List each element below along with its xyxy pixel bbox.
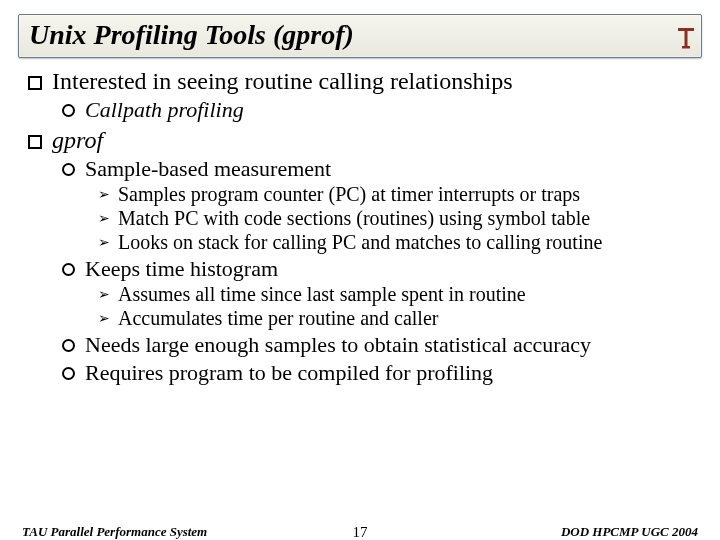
svg-rect-2 [682, 46, 690, 49]
square-bullet-icon [28, 135, 42, 149]
arrow-bullet-icon: ➢ [98, 236, 110, 250]
circle-bullet-icon [62, 339, 75, 352]
bullet-text: Keeps time histogram [85, 256, 278, 282]
slide-number: 17 [353, 524, 368, 540]
bullet-text: Assumes all time since last sample spent… [118, 283, 526, 306]
bullet-l3: ➢ Looks on stack for calling PC and matc… [98, 231, 692, 254]
content-area: Interested in seeing routine calling rel… [0, 68, 720, 386]
bullet-l2: Callpath profiling [62, 97, 692, 123]
bullet-l3: ➢ Samples program counter (PC) at timer … [98, 183, 692, 206]
bullet-l2: Keeps time histogram [62, 256, 692, 282]
arrow-bullet-icon: ➢ [98, 188, 110, 202]
circle-bullet-icon [62, 163, 75, 176]
svg-rect-1 [685, 28, 688, 48]
bullet-l2: Requires program to be compiled for prof… [62, 360, 692, 386]
circle-bullet-icon [62, 367, 75, 380]
tau-logo-icon [676, 26, 696, 50]
bullet-text: Match PC with code sections (routines) u… [118, 207, 590, 230]
bullet-text: Samples program counter (PC) at timer in… [118, 183, 580, 206]
bullet-text: Requires program to be compiled for prof… [85, 360, 493, 386]
bullet-l2: Sample-based measurement [62, 156, 692, 182]
footer: TAU Parallel Performance System 17 DOD H… [0, 524, 720, 540]
title-bar: Unix Profiling Tools (gprof) [18, 14, 702, 58]
bullet-l3: ➢ Match PC with code sections (routines)… [98, 207, 692, 230]
bullet-text: Needs large enough samples to obtain sta… [85, 332, 591, 358]
circle-bullet-icon [62, 104, 75, 117]
bullet-text: Looks on stack for calling PC and matche… [118, 231, 602, 254]
bullet-text: Interested in seeing routine calling rel… [52, 68, 513, 95]
bullet-l2: Needs large enough samples to obtain sta… [62, 332, 692, 358]
square-bullet-icon [28, 76, 42, 90]
bullet-text: Sample-based measurement [85, 156, 331, 182]
bullet-l3: ➢ Assumes all time since last sample spe… [98, 283, 692, 306]
slide: Unix Profiling Tools (gprof) Interested … [0, 14, 720, 540]
slide-title: Unix Profiling Tools (gprof) [29, 19, 691, 51]
bullet-l1: gprof [28, 127, 692, 154]
bullet-text: gprof [52, 127, 103, 154]
footer-right: DOD HPCMP UGC 2004 [561, 524, 698, 540]
arrow-bullet-icon: ➢ [98, 312, 110, 326]
arrow-bullet-icon: ➢ [98, 288, 110, 302]
arrow-bullet-icon: ➢ [98, 212, 110, 226]
bullet-l1: Interested in seeing routine calling rel… [28, 68, 692, 95]
footer-left: TAU Parallel Performance System [22, 524, 207, 540]
bullet-text: Accumulates time per routine and caller [118, 307, 438, 330]
bullet-text: Callpath profiling [85, 97, 244, 123]
bullet-l3: ➢ Accumulates time per routine and calle… [98, 307, 692, 330]
circle-bullet-icon [62, 263, 75, 276]
